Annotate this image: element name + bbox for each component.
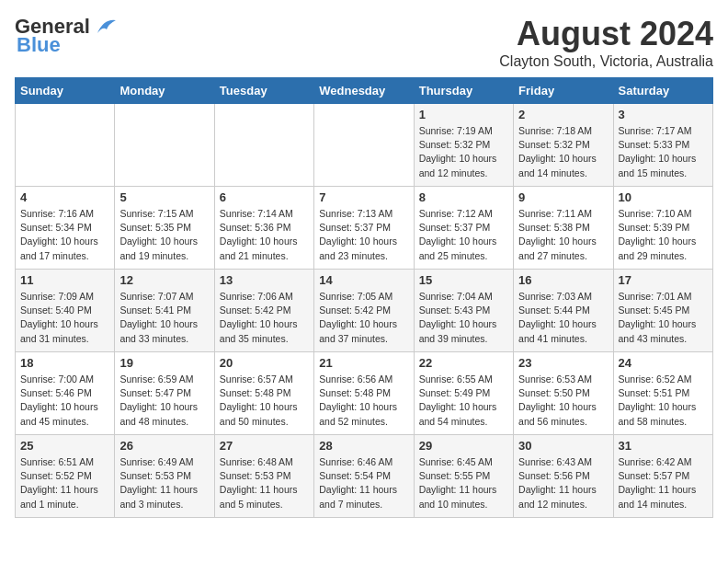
- column-header-friday: Friday: [514, 78, 613, 104]
- calendar-cell: 31Sunrise: 6:42 AM Sunset: 5:57 PM Dayli…: [613, 435, 712, 518]
- column-header-wednesday: Wednesday: [314, 78, 414, 104]
- day-info: Sunrise: 7:14 AM Sunset: 5:36 PM Dayligh…: [220, 207, 309, 263]
- day-number: 16: [518, 273, 608, 287]
- day-info: Sunrise: 6:57 AM Sunset: 5:48 PM Dayligh…: [220, 373, 309, 429]
- calendar-week-row: 1Sunrise: 7:19 AM Sunset: 5:32 PM Daylig…: [16, 104, 713, 187]
- calendar-cell: 18Sunrise: 7:00 AM Sunset: 5:46 PM Dayli…: [16, 352, 115, 435]
- calendar-cell: [314, 104, 414, 187]
- day-info: Sunrise: 7:07 AM Sunset: 5:41 PM Dayligh…: [119, 290, 209, 346]
- day-number: 24: [619, 356, 708, 370]
- calendar-cell: 14Sunrise: 7:05 AM Sunset: 5:42 PM Dayli…: [314, 270, 414, 352]
- calendar-cell: 2Sunrise: 7:18 AM Sunset: 5:32 PM Daylig…: [514, 104, 613, 187]
- day-info: Sunrise: 6:55 AM Sunset: 5:49 PM Dayligh…: [419, 373, 508, 429]
- calendar-cell: 10Sunrise: 7:10 AM Sunset: 5:39 PM Dayli…: [613, 187, 712, 270]
- calendar-cell: 20Sunrise: 6:57 AM Sunset: 5:48 PM Dayli…: [214, 352, 313, 435]
- day-info: Sunrise: 7:04 AM Sunset: 5:43 PM Dayligh…: [419, 290, 508, 346]
- calendar-week-row: 4Sunrise: 7:16 AM Sunset: 5:34 PM Daylig…: [16, 187, 713, 270]
- day-number: 9: [518, 190, 608, 204]
- calendar-week-row: 25Sunrise: 6:51 AM Sunset: 5:52 PM Dayli…: [16, 435, 713, 518]
- title-block: August 2024 Clayton South, Victoria, Aus…: [499, 15, 713, 70]
- calendar-cell: 29Sunrise: 6:45 AM Sunset: 5:55 PM Dayli…: [414, 435, 513, 518]
- calendar-cell: [214, 104, 313, 187]
- calendar-cell: 30Sunrise: 6:43 AM Sunset: 5:56 PM Dayli…: [514, 435, 613, 518]
- column-header-monday: Monday: [115, 78, 214, 104]
- calendar-cell: 16Sunrise: 7:03 AM Sunset: 5:44 PM Dayli…: [514, 270, 613, 352]
- day-info: Sunrise: 6:59 AM Sunset: 5:47 PM Dayligh…: [119, 373, 209, 429]
- day-info: Sunrise: 7:19 AM Sunset: 5:32 PM Dayligh…: [419, 124, 508, 180]
- location-subtitle: Clayton South, Victoria, Australia: [499, 53, 713, 70]
- calendar-cell: 17Sunrise: 7:01 AM Sunset: 5:45 PM Dayli…: [613, 270, 712, 352]
- day-number: 17: [619, 273, 708, 287]
- day-info: Sunrise: 6:48 AM Sunset: 5:53 PM Dayligh…: [220, 455, 309, 511]
- day-info: Sunrise: 6:42 AM Sunset: 5:57 PM Dayligh…: [619, 455, 708, 511]
- calendar-cell: 1Sunrise: 7:19 AM Sunset: 5:32 PM Daylig…: [414, 104, 513, 187]
- day-info: Sunrise: 7:15 AM Sunset: 5:35 PM Dayligh…: [119, 207, 209, 263]
- day-info: Sunrise: 7:00 AM Sunset: 5:46 PM Dayligh…: [20, 373, 109, 429]
- day-info: Sunrise: 6:45 AM Sunset: 5:55 PM Dayligh…: [419, 455, 508, 511]
- day-info: Sunrise: 7:12 AM Sunset: 5:37 PM Dayligh…: [419, 207, 508, 263]
- day-number: 26: [119, 439, 209, 453]
- calendar-cell: 8Sunrise: 7:12 AM Sunset: 5:37 PM Daylig…: [414, 187, 513, 270]
- calendar-table: SundayMondayTuesdayWednesdayThursdayFrid…: [15, 77, 713, 518]
- day-number: 13: [220, 273, 309, 287]
- day-number: 20: [220, 356, 309, 370]
- day-number: 11: [20, 273, 109, 287]
- day-info: Sunrise: 6:56 AM Sunset: 5:48 PM Dayligh…: [319, 373, 408, 429]
- logo: General Blue: [15, 15, 118, 57]
- day-number: 28: [319, 439, 408, 453]
- calendar-cell: 4Sunrise: 7:16 AM Sunset: 5:34 PM Daylig…: [16, 187, 115, 270]
- logo-blue: Blue: [15, 33, 61, 57]
- day-number: 3: [619, 108, 708, 121]
- day-info: Sunrise: 6:52 AM Sunset: 5:51 PM Dayligh…: [619, 373, 708, 429]
- day-info: Sunrise: 7:09 AM Sunset: 5:40 PM Dayligh…: [20, 290, 109, 346]
- day-number: 2: [518, 108, 608, 121]
- calendar-cell: 21Sunrise: 6:56 AM Sunset: 5:48 PM Dayli…: [314, 352, 414, 435]
- calendar-cell: 23Sunrise: 6:53 AM Sunset: 5:50 PM Dayli…: [514, 352, 613, 435]
- calendar-header-row: SundayMondayTuesdayWednesdayThursdayFrid…: [16, 78, 713, 104]
- column-header-sunday: Sunday: [16, 78, 115, 104]
- day-info: Sunrise: 7:10 AM Sunset: 5:39 PM Dayligh…: [619, 207, 708, 263]
- day-number: 23: [518, 356, 608, 370]
- column-header-thursday: Thursday: [414, 78, 513, 104]
- calendar-cell: 12Sunrise: 7:07 AM Sunset: 5:41 PM Dayli…: [115, 270, 214, 352]
- day-info: Sunrise: 6:49 AM Sunset: 5:53 PM Dayligh…: [119, 455, 209, 511]
- day-info: Sunrise: 6:53 AM Sunset: 5:50 PM Dayligh…: [518, 373, 608, 429]
- calendar-cell: 13Sunrise: 7:06 AM Sunset: 5:42 PM Dayli…: [214, 270, 313, 352]
- day-info: Sunrise: 7:11 AM Sunset: 5:38 PM Dayligh…: [518, 207, 608, 263]
- day-info: Sunrise: 7:18 AM Sunset: 5:32 PM Dayligh…: [518, 124, 608, 180]
- day-info: Sunrise: 7:06 AM Sunset: 5:42 PM Dayligh…: [220, 290, 309, 346]
- day-info: Sunrise: 7:03 AM Sunset: 5:44 PM Dayligh…: [518, 290, 608, 346]
- calendar-cell: [16, 104, 115, 187]
- calendar-cell: 19Sunrise: 6:59 AM Sunset: 5:47 PM Dayli…: [115, 352, 214, 435]
- day-number: 19: [119, 356, 209, 370]
- day-info: Sunrise: 6:43 AM Sunset: 5:56 PM Dayligh…: [518, 455, 608, 511]
- day-number: 7: [319, 190, 408, 204]
- calendar-cell: 26Sunrise: 6:49 AM Sunset: 5:53 PM Dayli…: [115, 435, 214, 518]
- day-info: Sunrise: 7:01 AM Sunset: 5:45 PM Dayligh…: [619, 290, 708, 346]
- day-number: 6: [220, 190, 309, 204]
- day-number: 25: [20, 439, 109, 453]
- calendar-week-row: 18Sunrise: 7:00 AM Sunset: 5:46 PM Dayli…: [16, 352, 713, 435]
- calendar-cell: 24Sunrise: 6:52 AM Sunset: 5:51 PM Dayli…: [613, 352, 712, 435]
- day-info: Sunrise: 7:17 AM Sunset: 5:33 PM Dayligh…: [619, 124, 708, 180]
- logo-bird-icon: [90, 17, 118, 37]
- calendar-cell: 5Sunrise: 7:15 AM Sunset: 5:35 PM Daylig…: [115, 187, 214, 270]
- calendar-cell: 6Sunrise: 7:14 AM Sunset: 5:36 PM Daylig…: [214, 187, 313, 270]
- calendar-cell: [115, 104, 214, 187]
- day-info: Sunrise: 7:16 AM Sunset: 5:34 PM Dayligh…: [20, 207, 109, 263]
- column-header-tuesday: Tuesday: [214, 78, 313, 104]
- day-number: 5: [119, 190, 209, 204]
- calendar-cell: 22Sunrise: 6:55 AM Sunset: 5:49 PM Dayli…: [414, 352, 513, 435]
- calendar-cell: 25Sunrise: 6:51 AM Sunset: 5:52 PM Dayli…: [16, 435, 115, 518]
- calendar-week-row: 11Sunrise: 7:09 AM Sunset: 5:40 PM Dayli…: [16, 270, 713, 352]
- day-number: 18: [20, 356, 109, 370]
- day-info: Sunrise: 6:46 AM Sunset: 5:54 PM Dayligh…: [319, 455, 408, 511]
- day-number: 10: [619, 190, 708, 204]
- day-number: 22: [419, 356, 508, 370]
- day-number: 8: [419, 190, 508, 204]
- calendar-cell: 28Sunrise: 6:46 AM Sunset: 5:54 PM Dayli…: [314, 435, 414, 518]
- day-number: 27: [220, 439, 309, 453]
- page-header: General Blue August 2024 Clayton South, …: [15, 15, 713, 70]
- day-number: 29: [419, 439, 508, 453]
- day-number: 30: [518, 439, 608, 453]
